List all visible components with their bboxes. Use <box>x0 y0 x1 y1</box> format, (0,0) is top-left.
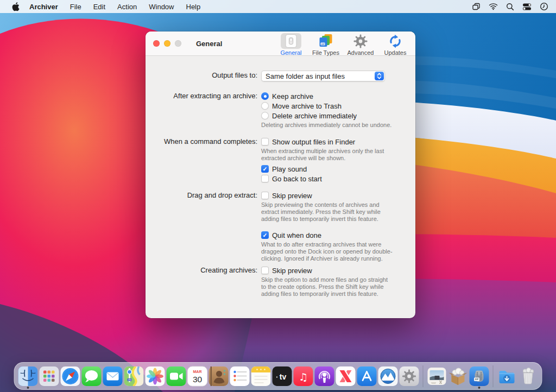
toolbar-tab-label: Updates <box>384 49 407 56</box>
radio-keep-archive[interactable] <box>261 92 269 100</box>
checkbox-row-skip-preview: Skip preview <box>261 265 399 275</box>
preferences-toolbar: GeneralZIPFile TypesAdvancedUpdates <box>275 33 411 56</box>
window-controls <box>153 40 181 47</box>
control-center-icon[interactable] <box>522 3 532 11</box>
section-creating-archives: Creating archives:Skip previewSkip the o… <box>146 265 415 300</box>
dock-item-music[interactable]: ♫ <box>293 364 314 388</box>
section-controls-output-files: Same folder as input files <box>261 71 415 81</box>
radio-row-keep-archive: Keep archive <box>261 91 399 101</box>
dock-item-trash[interactable] <box>518 364 539 388</box>
preferences-content: Output files to:Same folder as input fil… <box>146 56 415 300</box>
radio-label-delete-archive-immediately: Delete archive immediately <box>272 112 357 120</box>
output-destination-popup[interactable]: Same folder as input files <box>261 71 385 81</box>
checkbox-row-play-sound: Play sound <box>261 164 399 174</box>
help-note: What to do after extracting archives tha… <box>261 241 393 262</box>
windows-icon[interactable] <box>472 2 481 11</box>
dock-item-image-tool[interactable] <box>427 364 447 388</box>
checkbox-row-go-back-to-start: Go back to start <box>261 174 399 184</box>
toolbar-tab-updates[interactable]: Updates <box>380 33 411 56</box>
popup-stepper-icon <box>375 72 384 80</box>
dock-item-facetime[interactable] <box>166 364 187 388</box>
dock-item-podcasts[interactable] <box>314 364 335 388</box>
dock-item-launchpad[interactable] <box>39 364 60 388</box>
dock-item-unboxing-app[interactable] <box>448 364 469 388</box>
menu-item-edit[interactable]: Edit <box>93 3 105 11</box>
section-controls-after-extracting: Keep archiveMove archive to TrashDelete … <box>261 91 415 131</box>
svg-text:280: 280 <box>128 379 131 381</box>
dock-item-system-preferences[interactable] <box>399 364 420 388</box>
svg-text:30: 30 <box>193 375 203 384</box>
radio-row-move-archive-to-trash: Move archive to Trash <box>261 101 399 111</box>
dock-item-photos[interactable] <box>145 364 166 388</box>
dock-item-mail[interactable] <box>103 364 123 388</box>
dock-item-calendar[interactable]: MAR30 <box>187 364 208 388</box>
toolbar-tab-general[interactable]: General <box>275 33 307 56</box>
menu-item-window[interactable]: Window <box>149 3 174 11</box>
refresh-icon <box>385 33 406 49</box>
section-label-creating-archives: Creating archives: <box>146 265 261 300</box>
checkbox-label-play-sound: Play sound <box>272 165 307 173</box>
checkbox-play-sound[interactable] <box>261 165 269 173</box>
section-drag-drop-extract: Drag and drop extract:Skip previewSkip p… <box>146 191 415 264</box>
dock-item-messages[interactable] <box>81 364 102 388</box>
preferences-window: General GeneralZIPFile TypesAdvancedUpda… <box>146 31 415 318</box>
window-title: General <box>196 40 222 48</box>
dock-item-notes[interactable] <box>251 364 271 388</box>
toolbar-tab-file-types[interactable]: ZIPFile Types <box>310 33 342 56</box>
toolbar-tab-advanced[interactable]: Advanced <box>345 33 376 56</box>
zoom-button[interactable] <box>175 40 181 47</box>
menu-items: FileEditActionWindowHelp <box>70 3 201 11</box>
checkbox-label-skip-preview: Skip preview <box>272 267 312 275</box>
section-controls-drag-drop-extract: Skip previewSkip previewing the contents… <box>261 191 415 264</box>
section-controls-command-completes: Show output files in FinderWhen extracti… <box>261 137 415 184</box>
wifi-icon[interactable] <box>489 3 498 10</box>
search-icon[interactable] <box>506 3 514 11</box>
running-indicator <box>478 387 481 389</box>
svg-text:MAR: MAR <box>193 369 202 373</box>
checkbox-skip-preview[interactable] <box>261 267 269 274</box>
checkbox-row-skip-preview: Skip preview <box>261 191 399 200</box>
dock-item-downloads-folder[interactable] <box>497 364 517 388</box>
checkbox-label-quit-when-done: Quit when done <box>272 231 321 239</box>
svg-text:ZIP: ZIP <box>321 43 324 46</box>
section-label-command-completes: When a command completes: <box>146 137 261 184</box>
dock-item-safari[interactable] <box>60 364 81 388</box>
menu-item-action[interactable]: Action <box>117 3 137 11</box>
radio-row-delete-archive-immediately: Delete archive immediately <box>261 111 399 121</box>
dock-item-mountain-app[interactable] <box>378 364 399 388</box>
checkbox-go-back-to-start[interactable] <box>261 175 269 182</box>
menu-item-file[interactable]: File <box>70 3 81 11</box>
window-titlebar[interactable]: General GeneralZIPFile TypesAdvancedUpda… <box>146 31 415 56</box>
minimize-button[interactable] <box>164 40 170 47</box>
checkbox-row-quit-when-done: Quit when done <box>261 230 399 240</box>
close-button[interactable] <box>153 40 160 47</box>
checkbox-label-go-back-to-start: Go back to start <box>272 175 322 183</box>
toolbar-tab-label: Advanced <box>348 49 374 56</box>
popup-selected-value: Same folder as input files <box>266 72 345 80</box>
dock-item-archiver[interactable]: ZIP <box>469 364 490 388</box>
menu-item-help[interactable]: Help <box>186 3 201 11</box>
dock: 280MAR30tv♫ZIP <box>14 362 542 390</box>
dock-item-reminders[interactable] <box>230 364 250 388</box>
active-app-name[interactable]: Archiver <box>29 3 58 11</box>
apple-menu-icon[interactable] <box>12 2 20 11</box>
section-controls-creating-archives: Skip previewSkip the option to add more … <box>261 265 415 300</box>
clock-icon[interactable] <box>540 2 548 11</box>
dock-item-maps[interactable]: 280 <box>124 364 144 388</box>
running-indicator <box>27 387 29 389</box>
checkbox-quit-when-done[interactable] <box>261 231 269 239</box>
dock-item-news[interactable] <box>336 364 356 388</box>
menu-bar: Archiver FileEditActionWindowHelp <box>0 0 556 13</box>
dock-item-contacts[interactable] <box>208 364 229 388</box>
checkbox-show-output-files-in-finder[interactable] <box>261 138 269 146</box>
radio-label-move-archive-to-trash: Move archive to Trash <box>272 102 342 110</box>
dock-item-app-store[interactable] <box>357 364 377 388</box>
dock-item-tv[interactable]: tv <box>272 364 293 388</box>
checkbox-skip-preview[interactable] <box>261 192 269 199</box>
dock-item-finder[interactable] <box>18 364 39 388</box>
section-output-files: Output files to:Same folder as input fil… <box>146 71 415 81</box>
radio-move-archive-to-trash[interactable] <box>261 102 269 110</box>
section-label-drag-drop-extract: Drag and drop extract: <box>146 191 261 264</box>
help-note: When extracting multiple archives only t… <box>261 148 393 162</box>
radio-delete-archive-immediately[interactable] <box>261 112 269 119</box>
